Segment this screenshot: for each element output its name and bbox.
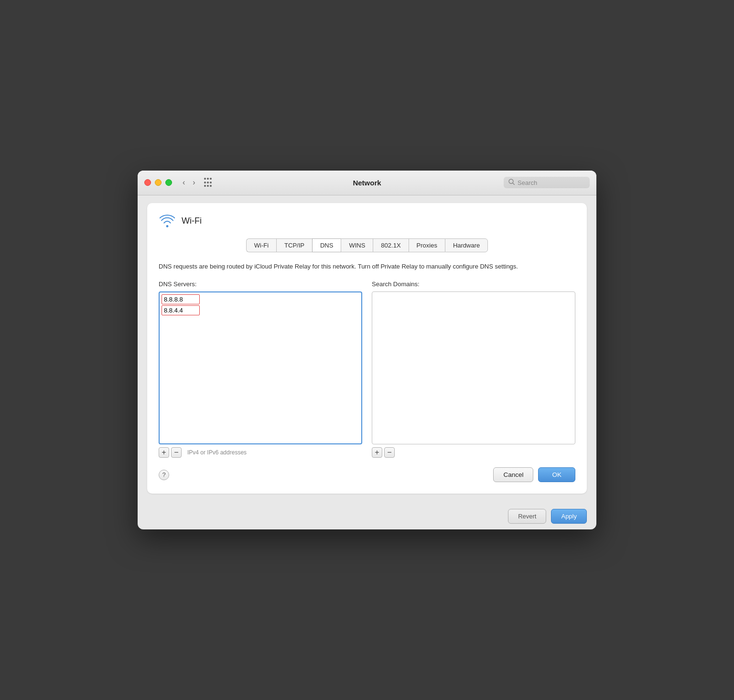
search-domains-list[interactable]	[372, 291, 575, 444]
forward-button[interactable]: ›	[190, 177, 198, 188]
tab-tcpip[interactable]: TCP/IP	[276, 238, 312, 252]
nav-buttons: ‹ ›	[180, 177, 198, 188]
tab-8021x[interactable]: 802.1X	[373, 238, 408, 252]
dns-hint: IPv4 or IPv6 addresses	[187, 449, 247, 456]
tab-wifi[interactable]: Wi-Fi	[246, 238, 276, 252]
dialog-bottom-bar: ? Cancel OK	[159, 467, 575, 482]
search-domains-col: Search Domains: + −	[372, 280, 575, 458]
dialog-buttons: Cancel OK	[493, 467, 575, 482]
titlebar: ‹ › Network Search	[138, 171, 596, 195]
tab-dns[interactable]: DNS	[312, 238, 341, 252]
dns-columns: DNS Servers: 8.8.8.8 8.8.4.4 + − IPv4 or…	[159, 280, 575, 458]
minimize-button[interactable]	[155, 179, 162, 186]
domains-remove-button[interactable]: −	[384, 447, 395, 458]
maximize-button[interactable]	[165, 179, 172, 186]
tab-wins[interactable]: WINS	[341, 238, 373, 252]
cancel-button[interactable]: Cancel	[493, 467, 533, 482]
revert-button[interactable]: Revert	[508, 509, 546, 524]
dns-remove-button[interactable]: −	[171, 447, 182, 458]
window-footer: Revert Apply	[138, 503, 596, 529]
dns-servers-controls: + − IPv4 or IPv6 addresses	[159, 447, 362, 458]
search-domains-label: Search Domains:	[372, 280, 575, 288]
domains-controls: + −	[372, 447, 575, 458]
tab-proxies[interactable]: Proxies	[409, 238, 445, 252]
dns-entry-1[interactable]: 8.8.8.8	[162, 294, 200, 304]
grid-icon[interactable]	[204, 178, 214, 187]
dns-servers-label: DNS Servers:	[159, 280, 362, 288]
dns-servers-list[interactable]: 8.8.8.8 8.8.4.4	[159, 291, 362, 444]
search-placeholder: Search	[518, 179, 537, 186]
search-icon	[508, 179, 515, 186]
ok-button[interactable]: OK	[538, 467, 575, 482]
traffic-lights	[144, 179, 172, 186]
apply-button[interactable]: Apply	[551, 509, 587, 524]
dns-add-button[interactable]: +	[159, 447, 169, 458]
help-button[interactable]: ?	[159, 470, 169, 480]
close-button[interactable]	[144, 179, 151, 186]
settings-panel: Wi-Fi Wi-Fi TCP/IP DNS WINS 802.1X Proxi…	[147, 203, 587, 494]
window-title: Network	[353, 179, 381, 187]
search-box[interactable]: Search	[504, 177, 590, 188]
back-button[interactable]: ‹	[180, 177, 188, 188]
wifi-icon	[159, 213, 176, 230]
svg-line-1	[513, 183, 515, 185]
dns-info-text: DNS requests are being routed by iCloud …	[159, 262, 575, 271]
wifi-title: Wi-Fi	[182, 216, 202, 226]
domains-add-button[interactable]: +	[372, 447, 382, 458]
wifi-header: Wi-Fi	[159, 213, 575, 230]
network-window: ‹ › Network Search	[138, 171, 596, 530]
dns-entry-2[interactable]: 8.8.4.4	[162, 305, 200, 315]
tab-bar: Wi-Fi TCP/IP DNS WINS 802.1X Proxies Har…	[159, 238, 575, 252]
tab-hardware[interactable]: Hardware	[445, 238, 488, 252]
main-content: Wi-Fi Wi-Fi TCP/IP DNS WINS 802.1X Proxi…	[138, 195, 596, 504]
dns-servers-col: DNS Servers: 8.8.8.8 8.8.4.4 + − IPv4 or…	[159, 280, 362, 458]
